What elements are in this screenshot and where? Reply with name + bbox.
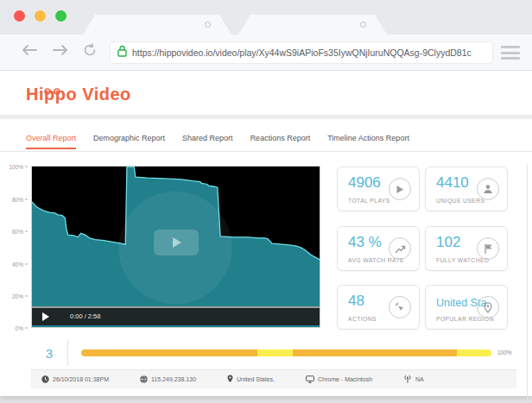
maximize-window-button[interactable] xyxy=(55,10,66,22)
y-axis-tick: 20% xyxy=(2,293,28,299)
lock-icon xyxy=(117,45,127,60)
stat-label: UNIQUE USERS xyxy=(436,198,485,204)
page-content: Hippo Video Overall Report Demographic R… xyxy=(0,71,532,396)
stat-card-total-plays: 4906 TOTAL PLAYS xyxy=(337,167,420,211)
big-play-button[interactable] xyxy=(154,230,199,255)
stat-card-actions: 48 ACTIONS xyxy=(337,285,420,330)
header-divider xyxy=(0,115,532,119)
progress-segment xyxy=(81,349,257,356)
stat-card-unique-users: 4410 UNIQUE USERS xyxy=(425,167,508,211)
viewer-index: 3 xyxy=(31,337,67,369)
close-window-button[interactable] xyxy=(14,10,25,22)
meta-network: NA xyxy=(403,375,424,384)
browser-window: https://hippovideo.io/video/play/Xy44wS9… xyxy=(0,0,532,396)
hippo-video-logo[interactable]: Hippo Video xyxy=(26,85,131,104)
stat-label: FULLY WATCHED xyxy=(436,257,489,263)
logo-text: Hippo Video xyxy=(26,85,131,104)
location-pin-icon xyxy=(227,375,233,384)
y-axis-tick: 100% xyxy=(2,164,28,170)
tab-timeline-actions-report[interactable]: Timeline Actions Report xyxy=(327,134,409,149)
y-axis-tick: 60% xyxy=(2,229,28,235)
stat-value: 48 xyxy=(348,293,364,310)
traffic-lights xyxy=(14,10,66,22)
progress-segment xyxy=(293,349,457,356)
play-icon xyxy=(389,178,411,200)
video-time: 0:00 / 2:58 xyxy=(70,312,100,320)
meta-browser-os: Chrome - Macintosh xyxy=(306,375,372,384)
meta-ip: 115.249.238.130 xyxy=(140,375,196,384)
viewer-percent: 100% xyxy=(497,349,512,356)
stat-value: 4906 xyxy=(348,174,381,192)
stat-card-avg-watch-rate: 43 % AVG WATCH RATE xyxy=(337,226,420,271)
url-bar[interactable]: https://hippovideo.io/video/play/Xy44wS9… xyxy=(110,41,493,64)
user-icon xyxy=(477,178,499,200)
stat-label: ACTIONS xyxy=(348,316,377,322)
menu-icon[interactable] xyxy=(501,46,520,60)
stat-card-popular-region: United Sta.. POPULAR REGION xyxy=(425,285,508,330)
tab-close-icon[interactable] xyxy=(360,22,366,28)
vertical-divider xyxy=(67,340,68,366)
stat-value: 43 % xyxy=(348,234,382,251)
report-tabs: Overall Report Demographic Report Shared… xyxy=(26,134,532,149)
url-text: https://hippovideo.io/video/play/Xy44wS9… xyxy=(132,47,472,58)
browser-topbar xyxy=(0,0,532,35)
refresh-icon[interactable] xyxy=(83,43,97,57)
trend-icon xyxy=(389,237,411,260)
stat-value: 4410 xyxy=(436,174,469,192)
viewer-row-card: 3 100% 26/10/2018 01:38PM 115.249.238.13… xyxy=(31,337,516,388)
tabs-underline xyxy=(0,151,532,152)
browser-toolbar: https://hippovideo.io/video/play/Xy44wS9… xyxy=(0,35,532,71)
clock-icon xyxy=(41,375,49,384)
video-controlbar: 0:00 / 2:58 xyxy=(32,306,320,325)
scrollbar-track[interactable] xyxy=(527,164,528,403)
signal-icon xyxy=(403,375,412,384)
stat-card-fully-watched: 102 FULLY WATCHED xyxy=(425,226,508,271)
control-play-button[interactable] xyxy=(42,312,49,321)
forward-arrow-icon[interactable] xyxy=(52,44,69,56)
stat-label: TOTAL PLAYS xyxy=(348,198,390,204)
viewer-row[interactable]: 3 100% xyxy=(31,337,516,369)
tab-shared-report[interactable]: Shared Report xyxy=(182,134,233,149)
meta-datetime: 26/10/2018 01:38PM xyxy=(41,375,109,384)
y-axis-tick: 80% xyxy=(2,196,28,202)
video-player[interactable]: 0:00 / 2:58 xyxy=(31,166,320,328)
browser-tab-2[interactable] xyxy=(238,15,387,35)
back-arrow-icon[interactable] xyxy=(21,44,38,56)
hippo-ears-icon xyxy=(44,79,61,99)
viewer-progress-bar xyxy=(81,349,491,356)
viewer-meta-row: 26/10/2018 01:38PM 115.249.238.130 Unite… xyxy=(31,369,516,388)
cursor-click-icon xyxy=(389,296,411,318)
flag-icon xyxy=(477,237,499,260)
seek-bar[interactable] xyxy=(32,306,320,308)
tab-overall-report[interactable]: Overall Report xyxy=(26,134,76,149)
globe-icon xyxy=(140,375,148,384)
y-axis-tick: 40% xyxy=(2,261,28,267)
browser-tab-1[interactable] xyxy=(83,15,231,35)
meta-location: United States, xyxy=(227,375,275,384)
location-pin-icon xyxy=(477,296,499,318)
stat-value: 102 xyxy=(436,234,460,251)
monitor-icon xyxy=(306,375,314,384)
tab-reactions-report[interactable]: Reactions Report xyxy=(250,134,311,149)
progress-segment xyxy=(257,349,292,356)
tab-close-icon[interactable] xyxy=(205,22,211,28)
progress-segment xyxy=(457,349,491,356)
tab-demographic-report[interactable]: Demographic Report xyxy=(93,134,165,149)
y-axis-tick: 0% xyxy=(2,325,28,331)
play-icon xyxy=(173,237,181,248)
minimize-window-button[interactable] xyxy=(35,10,46,22)
